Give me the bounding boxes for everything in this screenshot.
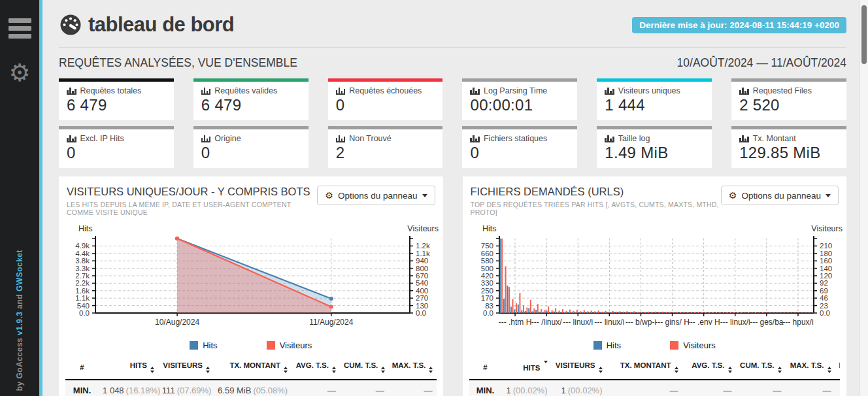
column-header-label: # <box>483 363 487 371</box>
cell-percent: (00.02%) <box>568 386 603 395</box>
stat-card-label-row: Requêtes échouées <box>336 86 435 95</box>
sort-updown-icon[interactable] <box>381 367 385 373</box>
panel-options-button[interactable]: ⚙ Options du panneau <box>317 186 435 205</box>
bar-chart-icon <box>470 135 480 142</box>
overview-title: REQUÊTES ANALYSÉES, VUE D'ENSEMBLE <box>59 56 297 70</box>
bar-chart-icon <box>201 135 211 142</box>
version-link[interactable]: v1.9.3 <box>15 311 24 335</box>
sort-updown-icon[interactable] <box>150 367 154 373</box>
column-header[interactable]: CUM. T.S. <box>736 357 786 380</box>
legend-item-hits[interactable]: Hits <box>190 340 217 350</box>
column-header[interactable]: CUM. T.S. <box>340 357 388 380</box>
column-header-label: MTHD <box>839 361 841 369</box>
unique-visitors-chart[interactable]: HitsVisiteurs0.05401.1k1.6k2.2k2.7k3.3k3… <box>65 224 437 339</box>
cell-value: — <box>327 386 336 395</box>
svg-text:580: 580 <box>480 257 493 265</box>
scrollbar-thumb[interactable] <box>861 5 867 64</box>
panel-options-button[interactable]: ⚙ Options du panneau <box>721 186 839 205</box>
svg-text:Visiteurs: Visiteurs <box>811 224 843 233</box>
svg-text:3.3k: 3.3k <box>75 265 90 272</box>
column-header[interactable]: VISITEURS <box>552 357 607 380</box>
legend-swatch <box>593 341 602 350</box>
stat-card-label: Non Trouvé <box>349 134 392 143</box>
page-title-text: tableau de bord <box>88 13 234 37</box>
legend-item-visiteurs[interactable]: Visiteurs <box>267 340 312 350</box>
sort-desc-icon[interactable] <box>544 363 548 371</box>
footer-and-text: and <box>15 294 24 309</box>
gwsocket-link[interactable]: GWSocket <box>15 250 24 291</box>
panel-header: FICHIERS DEMANDÉS (URLS) TOP DES REQUÊTE… <box>469 183 841 216</box>
sort-updown-icon[interactable] <box>599 367 603 373</box>
sort-updown-icon[interactable] <box>827 367 831 373</box>
bar-chart-icon <box>605 88 614 95</box>
column-header[interactable]: MTHD <box>835 357 841 380</box>
requested-files-chart[interactable]: HitsVisiteurs0.0831702503304205005806607… <box>469 224 841 339</box>
panel-header: VISITEURS UNIQUES/JOUR - Y COMPRIS BOTS … <box>65 183 437 216</box>
menu-toggle-icon[interactable] <box>8 18 31 39</box>
svg-text:1.1k: 1.1k <box>416 250 430 257</box>
column-header[interactable]: # <box>65 357 99 380</box>
svg-text:130: 130 <box>416 302 428 310</box>
panel-title: FICHIERS DEMANDÉS (URLS) <box>471 186 721 198</box>
svg-text:0.0: 0.0 <box>483 309 493 317</box>
footer-by-text: by GoAccess <box>15 337 24 391</box>
column-header-label: VISITEURS <box>556 361 595 369</box>
table-row[interactable]: MIN.1 048(16.18%)111(07.69%)6.59 MiB(05.… <box>65 380 437 396</box>
stats-cards: Requêtes totales6 479Requêtes valides6 4… <box>59 78 846 168</box>
column-header[interactable]: HITS <box>99 357 158 380</box>
column-header[interactable]: MAX. T.S. <box>388 357 437 380</box>
sort-updown-icon[interactable] <box>206 367 210 373</box>
cell-value: — <box>823 386 831 395</box>
svg-text:92: 92 <box>820 279 828 287</box>
column-header[interactable]: AVG. T.S. <box>682 357 736 380</box>
sort-updown-icon[interactable] <box>429 367 433 373</box>
cell-value: — <box>773 386 782 395</box>
panel-title: VISITEURS UNIQUES/JOUR - Y COMPRIS BOTS <box>67 186 317 198</box>
svg-text:420: 420 <box>480 272 493 280</box>
svg-text:160: 160 <box>820 257 832 265</box>
svg-text:--- hpux/i: --- hpux/i <box>782 318 813 327</box>
svg-text:--- linux/i: --- linux/i <box>563 318 593 327</box>
column-header-label: MAX. T.S. <box>392 361 426 369</box>
stat-card-value: 1 444 <box>605 96 704 114</box>
sort-updown-icon[interactable] <box>728 367 732 373</box>
svg-text:210: 210 <box>820 242 832 250</box>
column-header[interactable]: AVG. T.S. <box>292 357 340 380</box>
sort-updown-icon[interactable] <box>675 367 678 373</box>
legend-label: Hits <box>203 340 217 350</box>
page-title: tableau de bord <box>59 13 234 37</box>
column-header[interactable]: VISITEURS <box>158 357 214 380</box>
stat-card-label: Log Parsing Time <box>484 86 547 95</box>
sort-updown-icon[interactable] <box>332 367 336 373</box>
column-header[interactable]: HITS <box>502 357 552 380</box>
stat-card-label: Requêtes totales <box>80 86 142 95</box>
cell-value: 6.59 MiB <box>218 386 251 395</box>
page-scrollbar[interactable] <box>860 0 868 396</box>
stat-card-value: 00:00:01 <box>470 96 569 114</box>
column-header[interactable]: TX. MONTANT <box>607 357 682 380</box>
legend-label: Visiteurs <box>280 340 312 350</box>
panel-options-label: Options du panneau <box>338 191 418 201</box>
chart-svg: HitsVisiteurs0.0831702503304205005806607… <box>469 224 845 337</box>
sort-updown-icon[interactable] <box>778 367 782 373</box>
stat-card: Requested Files2 520 <box>731 78 846 120</box>
column-header-label: MAX. T.S. <box>790 361 824 369</box>
panel-table-wrap: #HITSVISITEURSTX. MONTANTAVG. T.S.CUM. T… <box>469 357 841 396</box>
table-row[interactable]: MIN.1(00.02%)1(00.02%)———— <box>469 380 841 396</box>
column-header[interactable]: # <box>469 357 502 380</box>
overview-date-range: 10/AOÛT/2024 — 11/AOÛT/2024 <box>677 56 846 70</box>
cell-value: 111 <box>162 386 175 395</box>
bar-chart-icon <box>605 135 614 142</box>
settings-gear-icon[interactable]: ⚙ <box>8 61 30 85</box>
column-header[interactable]: TX. MONTANT <box>214 357 292 380</box>
legend-item-visiteurs[interactable]: Visiteurs <box>670 340 716 350</box>
legend-item-hits[interactable]: Hits <box>593 340 621 350</box>
column-header[interactable]: MAX. T.S. <box>786 357 835 380</box>
sort-updown-icon[interactable] <box>284 367 288 373</box>
stat-card-label: Visiteurs uniques <box>618 86 680 95</box>
bar-chart-icon <box>201 88 211 95</box>
last-updated-badge: Dernière mise à jour: 2024-08-11 15:44:1… <box>632 17 846 33</box>
stat-card-value: 2 <box>336 144 435 162</box>
svg-text:330: 330 <box>480 279 493 287</box>
dashboard-gauge-icon <box>59 13 82 37</box>
